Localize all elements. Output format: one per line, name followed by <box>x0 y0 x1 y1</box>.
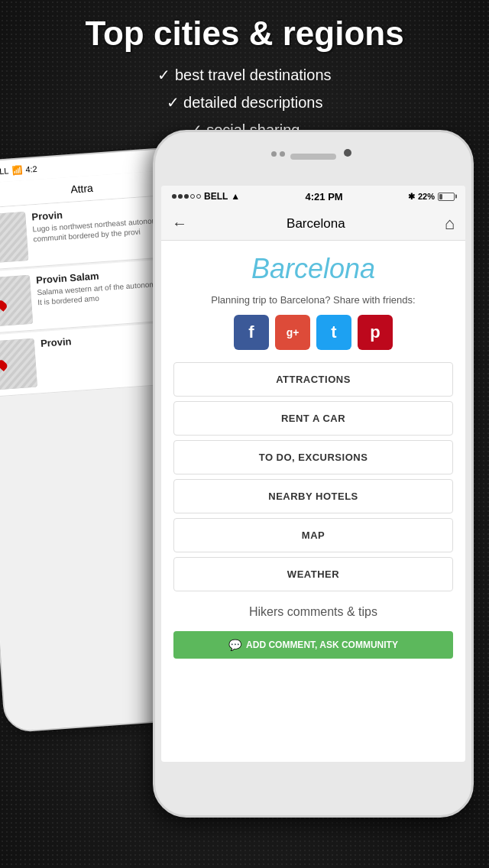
map-thumbnail <box>0 212 28 264</box>
checklist-item-2: detailed descriptions <box>0 89 489 116</box>
phone-front: BELL ▲ 4:21 PM ✱ 22% ← Barcelona ⌂ Barce… <box>153 130 474 818</box>
home-button[interactable]: ⌂ <box>445 214 455 234</box>
google-button[interactable]: g+ <box>275 315 310 350</box>
bluetooth-icon: ✱ <box>408 192 415 202</box>
add-comment-label: ADD COMMENT, ASK COMMUNITY <box>246 640 398 650</box>
rent-car-button[interactable]: RENT A CAR <box>173 401 453 436</box>
map-thumbnail <box>0 275 33 327</box>
twitter-icon: t <box>331 322 336 342</box>
facebook-button[interactable]: f <box>234 315 269 350</box>
attractions-button[interactable]: ATTRACTIONS <box>173 362 453 397</box>
status-time: 4:21 PM <box>306 191 343 202</box>
phone-screen: BELL ▲ 4:21 PM ✱ 22% ← Barcelona ⌂ Barce… <box>161 186 465 762</box>
signal-dot-1 <box>172 194 176 199</box>
map-pin <box>0 358 8 371</box>
front-camera <box>344 149 351 157</box>
hikers-title: Hikers comments & tips <box>173 605 453 619</box>
status-left: BELL ▲ <box>172 191 240 202</box>
signal-dot-5 <box>196 194 201 199</box>
city-title: Barcelona <box>161 241 465 291</box>
battery-fill <box>439 194 442 199</box>
phone-speaker <box>290 154 336 160</box>
battery-percent: 22% <box>418 192 435 201</box>
twitter-button[interactable]: t <box>316 315 351 350</box>
signal-dots <box>172 194 201 199</box>
dot-1 <box>271 151 277 157</box>
list-item-image <box>0 212 28 264</box>
back-carrier: BELL <box>0 166 9 177</box>
list-item-image <box>0 275 33 327</box>
social-buttons: f g+ t p <box>161 315 465 362</box>
weather-button[interactable]: WEATHER <box>173 557 453 591</box>
map-thumbnail <box>0 338 37 390</box>
nav-bar: ← Barcelona ⌂ <box>161 207 465 241</box>
checklist-item-1: best travel destinations <box>0 61 489 89</box>
signal-dot-3 <box>184 194 189 199</box>
wifi-icon: ▲ <box>231 191 240 202</box>
pinterest-button[interactable]: p <box>358 315 393 350</box>
carrier-label: BELL <box>204 191 228 202</box>
nearby-hotels-button[interactable]: NEARBY HOTELS <box>173 479 453 513</box>
menu-buttons: ATTRACTIONS RENT A CAR TO DO, EXCURSIONS… <box>161 362 465 591</box>
nav-title: Barcelona <box>287 216 345 232</box>
status-bar: BELL ▲ 4:21 PM ✱ 22% <box>161 186 465 207</box>
to-do-button[interactable]: TO DO, EXCURSIONS <box>173 440 453 474</box>
main-title: Top cities & regions <box>0 15 489 52</box>
back-time: 4:2 <box>25 164 37 174</box>
signal-dot-4 <box>190 194 195 199</box>
signal-dot-2 <box>178 194 183 199</box>
facebook-icon: f <box>248 322 254 342</box>
hikers-section: Hikers comments & tips <box>161 596 465 625</box>
list-item-image <box>0 338 37 390</box>
google-icon: g+ <box>287 326 300 338</box>
add-comment-button[interactable]: 💬 ADD COMMENT, ASK COMMUNITY <box>173 631 453 659</box>
pinterest-icon: p <box>370 322 380 342</box>
map-button[interactable]: MAP <box>173 518 453 552</box>
content-area: Barcelona Planning trip to Barcelona? Sh… <box>161 241 465 762</box>
battery-icon <box>438 193 455 201</box>
back-button[interactable]: ← <box>172 215 187 232</box>
phone-back-nav-title: Attra <box>70 182 94 196</box>
share-text: Planning trip to Barcelona? Share with f… <box>161 291 465 315</box>
status-right: ✱ 22% <box>408 192 455 202</box>
header-section: Top cities & regions best travel destina… <box>0 15 489 144</box>
comment-icon: 💬 <box>228 639 241 651</box>
back-wifi-icon: 📶 <box>11 165 23 176</box>
map-pin <box>0 299 8 312</box>
phone-dots <box>271 151 285 157</box>
dot-2 <box>280 151 285 157</box>
